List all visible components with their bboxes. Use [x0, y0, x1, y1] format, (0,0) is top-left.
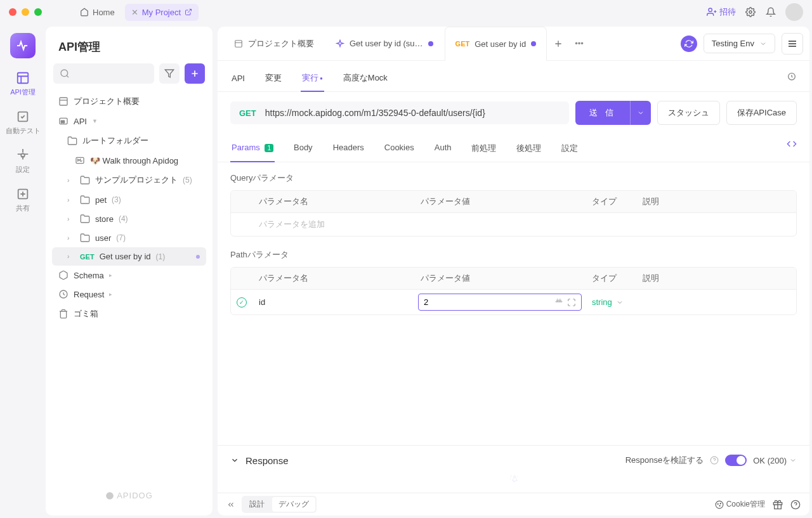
project-tab[interactable]: ✕ My Project — [125, 4, 199, 21]
user-avatar[interactable] — [785, 3, 803, 21]
subtab-api[interactable]: API — [230, 70, 246, 91]
svg-point-0 — [749, 11, 752, 13]
value-field[interactable] — [424, 297, 551, 307]
search-input[interactable] — [53, 63, 154, 84]
tree-root-folder[interactable]: ルートフォルダー — [52, 131, 206, 151]
tree-trash[interactable]: ゴミ箱 — [52, 304, 206, 324]
expand-icon[interactable] — [567, 298, 576, 307]
folder-icon — [80, 214, 90, 224]
param-name[interactable]: id — [252, 292, 414, 312]
tree-get-user[interactable]: › GET Get user by id (1) — [52, 247, 206, 266]
main-tab-overview[interactable]: プロジェクト概要 — [224, 27, 324, 60]
app-logo[interactable] — [10, 33, 36, 58]
tab-more-button[interactable]: ••• — [570, 39, 589, 48]
svg-point-21 — [719, 505, 720, 506]
settings-icon[interactable] — [745, 6, 756, 18]
svg-point-5 — [61, 70, 68, 77]
leftbar-share[interactable]: 共有 — [16, 187, 30, 213]
tree-label: API — [74, 117, 87, 126]
leftbar-api-mgmt[interactable]: API管理 — [10, 71, 36, 97]
footer-tab-debug[interactable]: デバッグ — [272, 497, 315, 512]
add-tab-button[interactable] — [548, 34, 568, 54]
stash-button[interactable]: スタッシュ — [657, 101, 720, 125]
send-button[interactable]: 送 信 — [575, 101, 651, 125]
param-tab-cookies[interactable]: Cookies — [383, 139, 416, 162]
tab-label: Get user by id (su… — [350, 39, 423, 48]
chevron-down-icon[interactable] — [230, 456, 239, 465]
tree-store[interactable]: › store (4) — [52, 209, 206, 228]
param-tab-headers[interactable]: Headers — [332, 139, 365, 162]
send-dropdown[interactable] — [630, 101, 651, 125]
subtab-change[interactable]: 変更 — [264, 68, 283, 91]
home-tab[interactable]: Home — [74, 4, 121, 21]
param-tab-auth[interactable]: Auth — [433, 139, 453, 162]
validate-toggle[interactable] — [725, 455, 747, 466]
close-tab-icon[interactable]: ✕ — [131, 8, 138, 17]
cookie-mgmt-button[interactable]: Cookie管理 — [715, 499, 765, 510]
main-tab-1[interactable]: Get user by id (su… — [325, 27, 443, 60]
menu-button[interactable] — [782, 33, 803, 55]
param-tab-settings[interactable]: 設定 — [560, 139, 579, 162]
subtab-run[interactable]: 実行● — [301, 68, 324, 91]
add-param-row[interactable]: パラメータを追加 — [231, 213, 796, 236]
collapse-left-icon[interactable] — [226, 500, 235, 509]
url-text: https://mock.apidog.com/m1/352945-0-defa… — [265, 108, 485, 118]
param-tab-body[interactable]: Body — [292, 139, 314, 162]
param-tab-pre[interactable]: 前処理 — [470, 139, 497, 162]
subtab-mock[interactable]: 高度なMock — [342, 68, 389, 91]
tree-api-root[interactable]: 96 API ▼ — [52, 112, 206, 131]
tree-sample-project[interactable]: › サンプルプロジェクト (5) — [52, 170, 206, 190]
close-window[interactable] — [9, 8, 16, 16]
magic-icon[interactable] — [554, 298, 563, 307]
svg-rect-12 — [235, 40, 242, 47]
filter-button[interactable] — [159, 63, 180, 84]
save-button[interactable]: 保存APICase — [726, 101, 797, 125]
menu-icon — [787, 39, 797, 49]
url-row: GET https://mock.apidog.com/m1/352945-0-… — [218, 92, 809, 134]
check-icon[interactable]: ✓ — [237, 297, 247, 308]
gift-icon[interactable] — [773, 500, 783, 510]
tree-walkthrough[interactable]: 🐶 Walk through Apidog — [52, 151, 206, 170]
folder-icon — [67, 136, 77, 146]
tree-schema[interactable]: Schema ▸ — [52, 266, 206, 285]
tree-label: store — [95, 214, 114, 224]
param-tab-post[interactable]: 後処理 — [515, 139, 542, 162]
content-area: Queryパラメータ パラメータ名 パラメータ値 タイプ 説明 パラメータを追加 — [218, 162, 809, 445]
footer-tab-design[interactable]: 設計 — [243, 497, 271, 512]
tree-user[interactable]: › user (7) — [52, 228, 206, 247]
tree-label: ゴミ箱 — [74, 308, 98, 320]
tree-request[interactable]: Request ▸ — [52, 285, 206, 304]
help-icon[interactable] — [710, 456, 719, 465]
param-value-input[interactable] — [418, 294, 582, 311]
tree-pet[interactable]: › pet (3) — [52, 190, 206, 209]
minimize-window[interactable] — [22, 8, 29, 16]
param-tab-params[interactable]: Params 1 — [230, 139, 275, 162]
user-plus-icon — [707, 7, 717, 17]
code-button[interactable] — [787, 139, 797, 162]
refresh-button[interactable] — [681, 36, 697, 52]
chevron-down-icon: ▼ — [92, 118, 98, 124]
param-tabs: Params 1 Body Headers Cookies Auth 前処理 後… — [218, 134, 809, 162]
leftbar-api-label: API管理 — [10, 87, 36, 97]
tree-label: Request — [74, 290, 104, 299]
apidog-icon — [105, 491, 114, 500]
timer-button[interactable] — [787, 71, 797, 89]
sidebar: API管理 プロジェクト概要 96 API ▼ — [46, 27, 213, 515]
main-tab-2[interactable]: GET Get user by id — [445, 27, 547, 60]
bell-icon[interactable] — [765, 6, 776, 18]
maximize-window[interactable] — [34, 8, 42, 16]
param-desc[interactable] — [636, 297, 796, 308]
leftbar-settings[interactable]: 設定 — [16, 148, 30, 174]
tree-count: (1) — [156, 252, 166, 261]
env-selector[interactable]: Testing Env — [704, 34, 775, 53]
status-selector[interactable]: OK (200) — [753, 456, 797, 465]
param-type-selector[interactable]: string — [586, 292, 636, 312]
chevron-right-icon: › — [67, 216, 75, 223]
chevron-down-icon — [789, 456, 797, 464]
invite-button[interactable]: 招待 — [707, 6, 736, 18]
help-icon[interactable] — [790, 500, 801, 510]
leftbar-auto-test[interactable]: 自動テスト — [6, 110, 41, 136]
add-button[interactable] — [185, 63, 205, 84]
url-input[interactable]: GET https://mock.apidog.com/m1/352945-0-… — [230, 101, 569, 124]
tree-project-overview[interactable]: プロジェクト概要 — [52, 91, 206, 112]
